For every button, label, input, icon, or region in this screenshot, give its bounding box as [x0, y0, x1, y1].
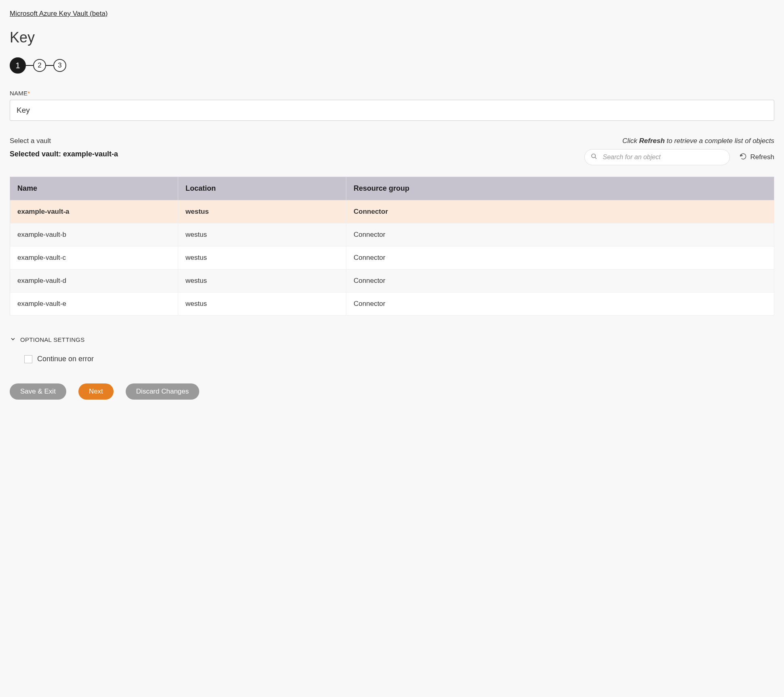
continue-on-error-checkbox[interactable] [24, 355, 32, 363]
table-row[interactable]: example-vault-awestusConnector [10, 200, 774, 223]
cell-resource-group: Connector [346, 293, 774, 316]
cell-name: example-vault-d [10, 270, 178, 293]
table-row[interactable]: example-vault-ewestusConnector [10, 293, 774, 316]
required-star-icon: * [27, 90, 30, 97]
col-header-name[interactable]: Name [10, 177, 178, 200]
table-header-row: Name Location Resource group [10, 177, 774, 200]
cell-name: example-vault-b [10, 223, 178, 246]
refresh-icon [740, 153, 747, 162]
selected-vault-value: example-vault-a [63, 150, 118, 158]
search-box [584, 149, 730, 165]
search-input[interactable] [584, 149, 730, 165]
next-button[interactable]: Next [78, 383, 114, 400]
name-field-label: NAME* [10, 90, 774, 97]
refresh-label: Refresh [750, 153, 774, 161]
cell-location: westus [178, 270, 346, 293]
cell-location: westus [178, 293, 346, 316]
table-row[interactable]: example-vault-dwestusConnector [10, 270, 774, 293]
hint-suffix: to retrieve a complete list of objects [665, 137, 774, 145]
name-input[interactable] [10, 100, 774, 121]
step-3[interactable]: 3 [53, 59, 66, 72]
cell-name: example-vault-c [10, 246, 178, 270]
refresh-hint: Click Refresh to retrieve a complete lis… [584, 137, 774, 145]
table-row[interactable]: example-vault-cwestusConnector [10, 246, 774, 270]
hint-prefix: Click [622, 137, 639, 145]
col-header-resource-group[interactable]: Resource group [346, 177, 774, 200]
selected-vault-prefix: Selected vault: [10, 150, 63, 158]
cell-location: westus [178, 246, 346, 270]
cell-location: westus [178, 200, 346, 223]
refresh-button[interactable]: Refresh [740, 153, 774, 162]
table-row[interactable]: example-vault-bwestusConnector [10, 223, 774, 246]
page-title: Key [10, 29, 774, 46]
cell-resource-group: Connector [346, 200, 774, 223]
chevron-down-icon [10, 336, 16, 343]
cell-resource-group: Connector [346, 270, 774, 293]
step-connector [26, 65, 33, 66]
step-2[interactable]: 2 [33, 59, 46, 72]
vault-table: Name Location Resource group example-vau… [10, 177, 774, 316]
hint-bold: Refresh [639, 137, 665, 145]
name-label-text: NAME [10, 90, 27, 97]
optional-settings-label: OPTIONAL SETTINGS [20, 336, 85, 343]
wizard-stepper: 1 2 3 [10, 57, 774, 74]
col-header-location[interactable]: Location [178, 177, 346, 200]
breadcrumb-link[interactable]: Microsoft Azure Key Vault (beta) [10, 10, 108, 17]
optional-settings-toggle[interactable]: OPTIONAL SETTINGS [10, 336, 774, 343]
cell-location: westus [178, 223, 346, 246]
step-1[interactable]: 1 [10, 57, 26, 74]
continue-on-error-label: Continue on error [37, 355, 94, 363]
cell-name: example-vault-a [10, 200, 178, 223]
selected-vault-text: Selected vault: example-vault-a [10, 150, 118, 158]
select-vault-label: Select a vault [10, 137, 118, 145]
discard-button[interactable]: Discard Changes [126, 383, 199, 400]
cell-resource-group: Connector [346, 246, 774, 270]
step-connector [46, 65, 53, 66]
save-exit-button[interactable]: Save & Exit [10, 383, 66, 400]
cell-name: example-vault-e [10, 293, 178, 316]
cell-resource-group: Connector [346, 223, 774, 246]
